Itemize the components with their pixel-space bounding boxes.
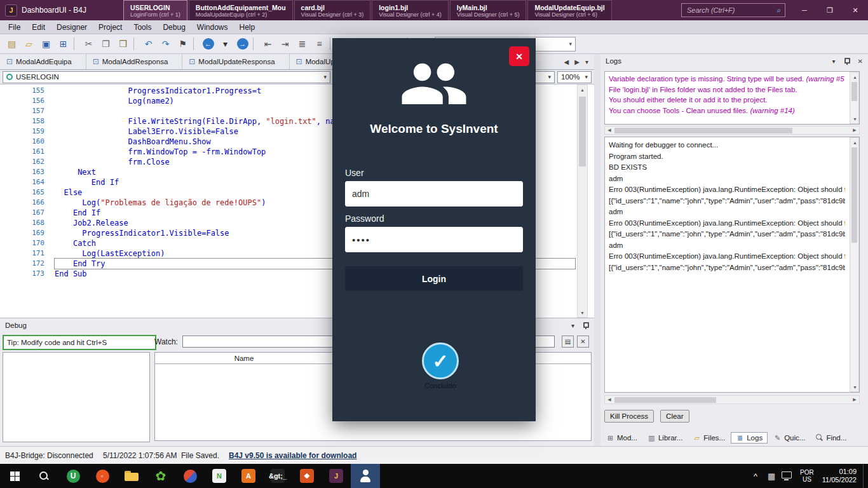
scroll-down-icon[interactable]: ▼ — [850, 114, 860, 123]
terminal-icon[interactable]: &gt;_ — [263, 464, 292, 488]
login-button[interactable]: Login — [345, 266, 523, 291]
comment-icon[interactable]: ≣ — [294, 36, 310, 51]
new-file-icon[interactable]: ▤ — [4, 36, 20, 51]
login1.bjl[interactable]: login1.bjl Visual Designer (ctrl + 4) — [372, 0, 449, 20]
taskbar-clock[interactable]: 01:09 11/05/2022 — [820, 468, 863, 484]
search-icon[interactable]: ⌕ — [776, 6, 781, 15]
tab-files[interactable]: ▱ Files... — [688, 433, 729, 443]
search-input[interactable] — [686, 6, 774, 15]
minimize-button[interactable]: ─ — [792, 0, 817, 20]
menu-item[interactable]: Help — [234, 23, 261, 32]
scroll-up-icon[interactable]: ▲ — [850, 72, 860, 81]
undo-icon[interactable]: ↶ — [140, 36, 156, 51]
app-icon-orange-a[interactable]: A — [234, 464, 263, 488]
tab-list-icon[interactable]: ▾ — [585, 58, 588, 65]
navigate-back-icon[interactable]: ← — [200, 36, 216, 51]
tip-input[interactable] — [3, 335, 156, 350]
close-button[interactable]: ✕ — [843, 0, 868, 20]
menu-item[interactable]: Project — [93, 23, 128, 32]
scroll-right-icon[interactable]: ▶ — [850, 396, 859, 403]
tab-libraries[interactable]: ▥ Librar... — [643, 433, 687, 443]
lyMain.bjl[interactable]: lyMain.bjl Visual Designer (ctrl + 5) — [450, 0, 527, 20]
pin-icon[interactable] — [582, 322, 589, 329]
save-all-icon[interactable]: ⊞ — [55, 36, 71, 51]
warnings-horizontal-scrollbar[interactable]: ◀ ▶ — [604, 126, 860, 135]
menu-item[interactable]: Debug — [157, 23, 191, 32]
toolbar-icon[interactable] — [253, 37, 257, 50]
warnings-vertical-scrollbar[interactable]: ▲ ▼ — [850, 72, 859, 124]
tray-expand-icon[interactable]: ^ — [747, 471, 764, 481]
app-icon-green-u[interactable]: U — [58, 464, 88, 488]
warnings-box[interactable]: Variable declaration type is missing. St… — [604, 71, 860, 125]
outdent-icon[interactable]: ⇤ — [260, 36, 276, 51]
prev-tab-icon[interactable]: ◀ — [564, 58, 569, 65]
app-icon-orange-circle[interactable]: ◦ — [88, 464, 117, 488]
toolbar-icon[interactable] — [133, 37, 138, 50]
open-project-icon[interactable]: ▱ — [21, 36, 37, 51]
close-panel-icon[interactable]: ✕ — [858, 58, 863, 65]
log-output-box[interactable]: Waiting for debugger to connect...Progra… — [604, 137, 860, 393]
tab-logs[interactable]: ≣ Logs — [731, 432, 768, 444]
panel-splitter[interactable] — [594, 54, 600, 446]
chevron-down-icon[interactable]: ▾ — [571, 322, 574, 329]
indent-icon[interactable]: ⇥ — [277, 36, 293, 51]
card.bjl[interactable]: card.bjl Visual Designer (ctrl + 3) — [294, 0, 371, 20]
keyboard-language[interactable]: POR US — [794, 469, 820, 483]
back-history-icon[interactable]: ▾ — [217, 36, 233, 51]
password-field[interactable] — [345, 227, 523, 252]
maximize-button[interactable]: ❐ — [817, 0, 843, 20]
scroll-up-icon[interactable]: ▲ — [850, 138, 860, 147]
ButtonAddEquipament_Mou[interactable]: ButtonAddEquipament_Mou ModalUpdateEquip… — [189, 0, 293, 20]
menu-item[interactable]: File — [3, 23, 26, 32]
watch-list-button[interactable]: ▤ — [562, 336, 574, 348]
clear-logs-button[interactable]: Clear — [660, 410, 689, 423]
ModalUpdateEquip.bjl[interactable]: ModalUpdateEquip.bjl Visual Designer (ct… — [527, 0, 611, 20]
editor-tab[interactable]: ⊡ ModalUpdateResponsa × — [182, 54, 289, 69]
app-icon-green-clover[interactable]: ✿ — [146, 464, 175, 488]
scroll-down-icon[interactable]: ▼ — [850, 383, 860, 391]
paste-icon[interactable]: ❒ — [115, 36, 131, 51]
module-dropdown[interactable]: USERLOGIN ▾ — [3, 71, 330, 83]
zoom-dropdown[interactable]: 100% ▾ — [557, 71, 592, 83]
update-link[interactable]: B4J v9.50 is available for download — [229, 451, 356, 460]
toolbar-icon[interactable] — [193, 37, 198, 50]
user-field[interactable] — [345, 181, 523, 207]
tab-find[interactable]: Find... — [811, 433, 851, 443]
menu-item[interactable]: Tools — [128, 23, 157, 32]
pin-icon[interactable] — [843, 57, 850, 65]
app-icon-blue-red-circle[interactable] — [175, 464, 205, 488]
redo-icon[interactable]: ↷ — [158, 36, 173, 51]
notepad-plus-plus-icon[interactable]: N — [205, 464, 234, 488]
login-app-icon[interactable] — [351, 464, 380, 488]
log-horizontal-scrollbar[interactable]: ◀ ▶ — [604, 395, 860, 404]
start-button[interactable] — [0, 464, 29, 488]
kill-process-button[interactable]: Kill Process — [604, 410, 654, 423]
tab-modules[interactable]: ⊞ Mod... — [602, 433, 642, 443]
editor-tab[interactable]: ⊡ ModalAddResponsa × — [86, 54, 183, 69]
copy-icon[interactable]: ❐ — [98, 36, 114, 51]
bookmark-icon[interactable]: ⚑ — [175, 36, 191, 51]
navigate-forward-icon[interactable]: → — [234, 36, 250, 51]
menu-item[interactable]: Windows — [191, 23, 234, 32]
app-icon-red-square[interactable]: ❖ — [292, 464, 322, 488]
editor-vertical-scrollbar[interactable]: ▲ ▼ — [577, 85, 588, 318]
chevron-down-icon[interactable]: ▾ — [832, 58, 836, 65]
toolbar-icon[interactable] — [74, 37, 78, 50]
scroll-up-icon[interactable]: ▲ — [578, 85, 587, 94]
save-icon[interactable]: ▣ — [38, 36, 54, 51]
tab-quick[interactable]: ✎ Quic... — [769, 433, 810, 443]
b4j-app-icon[interactable]: J — [322, 464, 351, 488]
scroll-right-icon[interactable]: ▶ — [850, 126, 859, 134]
watch-clear-button[interactable]: ✕ — [577, 336, 589, 348]
file-explorer-icon[interactable] — [117, 464, 146, 488]
keyboard-icon[interactable]: ▦ — [764, 471, 779, 481]
scroll-left-icon[interactable]: ◀ — [605, 126, 614, 134]
scroll-down-icon[interactable]: ▼ — [578, 308, 587, 317]
modal-close-button[interactable]: ✕ — [509, 46, 529, 66]
scroll-left-icon[interactable]: ◀ — [605, 396, 614, 403]
taskbar-search-icon[interactable] — [29, 464, 58, 488]
uncomment-icon[interactable]: ≡ — [311, 36, 327, 51]
USERLOGIN[interactable]: USERLOGIN LoginForm (ctrl + 1) — [123, 0, 187, 20]
show-desktop-button[interactable] — [863, 464, 868, 488]
next-tab-icon[interactable]: ▶ — [574, 58, 580, 65]
